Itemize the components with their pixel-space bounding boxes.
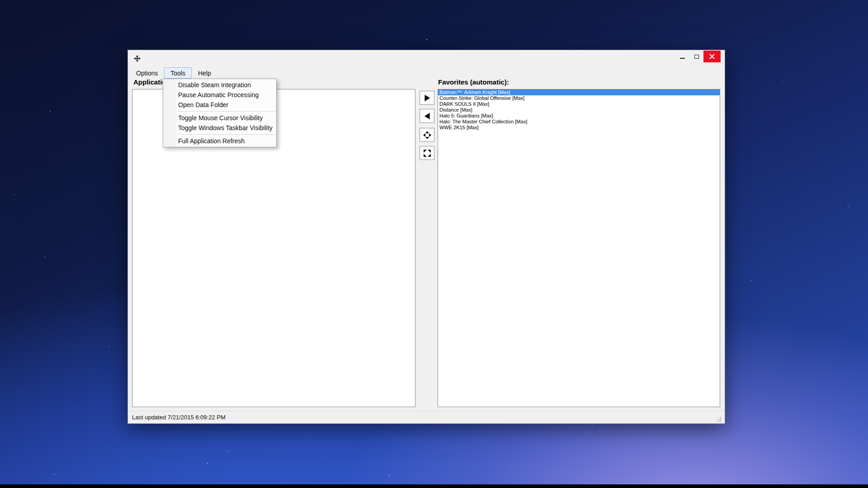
menu-separator [177,111,275,112]
menu-item-pause-automatic-processing[interactable]: Pause Automatic Processing [163,90,276,100]
menu-item-toggle-windows-taskbar-visibility[interactable]: Toggle Windows Taskbar Visibility [163,123,276,133]
favorites-item[interactable]: Halo 5: Guardians [Max] [438,113,720,119]
transfer-buttons [420,91,434,160]
caption-buttons [675,51,721,62]
taskbar-strip [0,484,868,488]
menu-item-toggle-mouse-cursor-visibility[interactable]: Toggle Mouse Cursor Visibility [163,113,276,123]
menu-tools[interactable]: Tools [164,67,192,79]
titlebar[interactable] [128,50,725,67]
resize-grip-icon[interactable] [716,416,722,422]
menu-help[interactable]: Help [192,67,217,79]
tools-dropdown-menu: Disable Steam Integration Pause Automati… [163,79,277,147]
favorites-item[interactable]: WWE 2K15 [Max] [438,125,720,131]
favorites-label: Favorites (automatic): [438,78,509,86]
maximize-icon [694,55,699,59]
menu-separator [177,134,275,135]
favorites-item[interactable]: Halo: The Master Chief Collection [Max] [438,119,720,125]
fullscreen-window-button[interactable] [420,146,434,160]
center-window-button[interactable] [420,128,434,142]
menubar: Options Tools Help [128,67,725,79]
favorites-item[interactable]: DARK SOULS II [Max] [438,101,720,107]
close-button[interactable] [703,51,721,62]
menu-item-full-application-refresh[interactable]: Full Application Refresh [163,136,276,146]
statusbar: Last updated 7/21/2015 6:09:22 PM [128,411,725,423]
minimize-button[interactable] [675,51,689,62]
arrows-out-diagonal-icon [423,149,431,157]
arrows-out-cardinal-icon [423,131,431,139]
add-to-favorites-button[interactable] [420,91,434,105]
minimize-icon [680,58,685,59]
menu-options[interactable]: Options [130,67,164,79]
favorites-item[interactable]: Distance [Max] [438,107,720,113]
close-icon [709,54,715,59]
left-triangle-icon [423,112,431,120]
app-window: Options Tools Help Disable Steam Integra… [127,50,725,424]
move-arrows-icon [133,55,141,62]
status-text: Last updated 7/21/2015 6:09:22 PM [132,414,716,421]
right-triangle-icon [423,94,431,102]
menu-item-open-data-folder[interactable]: Open Data Folder [163,100,276,110]
favorites-item[interactable]: Counter-Strike: Global Offensive [Max] [438,95,720,101]
desktop-stars [0,0,1,1]
menu-item-disable-steam-integration[interactable]: Disable Steam Integration [163,80,276,90]
favorites-item[interactable]: Batman™: Arkham Knight [Max] [438,89,720,95]
favorites-listbox[interactable]: Batman™: Arkham Knight [Max] Counter-Str… [438,89,720,407]
maximize-button[interactable] [689,51,703,62]
remove-from-favorites-button[interactable] [420,109,434,123]
